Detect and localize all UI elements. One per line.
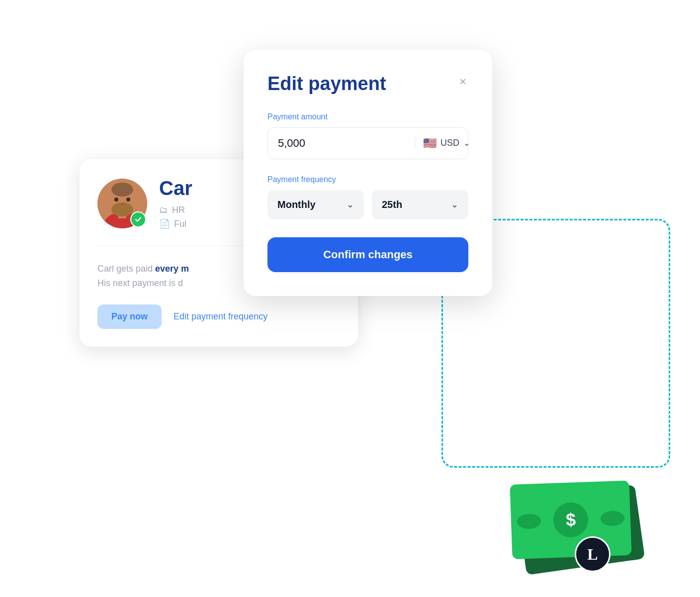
modal-header: Edit payment × (267, 74, 468, 95)
svg-point-6 (134, 198, 139, 205)
frequency-section: Payment frequency Monthly ⌄ 25th ⌄ (267, 175, 468, 219)
payment-amount-label: Payment amount (267, 112, 468, 121)
svg-point-9 (126, 198, 130, 201)
clock-letter: L (587, 545, 598, 564)
day-dropdown[interactable]: 25th ⌄ (372, 190, 468, 219)
employment-type-label: Ful (174, 219, 186, 229)
confirm-changes-button[interactable]: Confirm changes (267, 237, 468, 272)
clock-badge: L (575, 536, 611, 572)
svg-point-10 (121, 203, 124, 205)
currency-code: USD (440, 138, 459, 148)
amount-input[interactable] (278, 137, 415, 150)
bill-center-circle: $ (553, 502, 589, 538)
money-bills: $ L (511, 483, 650, 582)
money-illustration: $ L (511, 483, 650, 582)
payment-frequency-label: Payment frequency (267, 175, 468, 184)
bill-oval-left (517, 513, 541, 529)
frequency-dropdown[interactable]: Monthly ⌄ (267, 190, 364, 219)
frequency-dropdowns: Monthly ⌄ 25th ⌄ (267, 190, 468, 219)
payment-highlight: every m (155, 264, 189, 274)
department-label: HR (172, 205, 185, 215)
day-value: 25th (382, 199, 402, 210)
edit-payment-modal: Edit payment × Payment amount 🇺🇸 USD ⌄ P… (244, 50, 492, 296)
bill-front: $ (510, 481, 631, 559)
close-button[interactable]: × (457, 74, 468, 90)
amount-field: 🇺🇸 USD ⌄ (267, 127, 468, 159)
verified-badge (130, 211, 146, 227)
avatar-container (97, 179, 147, 228)
frequency-chevron-icon: ⌄ (347, 199, 354, 210)
bill-oval-right (600, 510, 624, 526)
svg-point-8 (114, 198, 118, 201)
dollar-sign: $ (565, 509, 576, 531)
svg-point-5 (106, 198, 111, 205)
svg-point-4 (111, 183, 133, 197)
edit-payment-frequency-link[interactable]: Edit payment frequency (174, 311, 267, 322)
currency-chevron-icon: ⌄ (463, 138, 470, 148)
briefcase-icon: 🗂 (159, 205, 168, 215)
modal-title: Edit payment (267, 74, 386, 95)
pay-now-button[interactable]: Pay now (97, 304, 162, 329)
card-actions: Pay now Edit payment frequency (97, 304, 340, 329)
currency-flag: 🇺🇸 (423, 137, 437, 150)
currency-selector[interactable]: 🇺🇸 USD ⌄ (415, 137, 470, 150)
document-icon: 📄 (159, 218, 170, 229)
day-chevron-icon: ⌄ (451, 199, 458, 210)
payment-text-start: Carl gets paid (97, 264, 155, 274)
frequency-value: Monthly (277, 199, 316, 210)
